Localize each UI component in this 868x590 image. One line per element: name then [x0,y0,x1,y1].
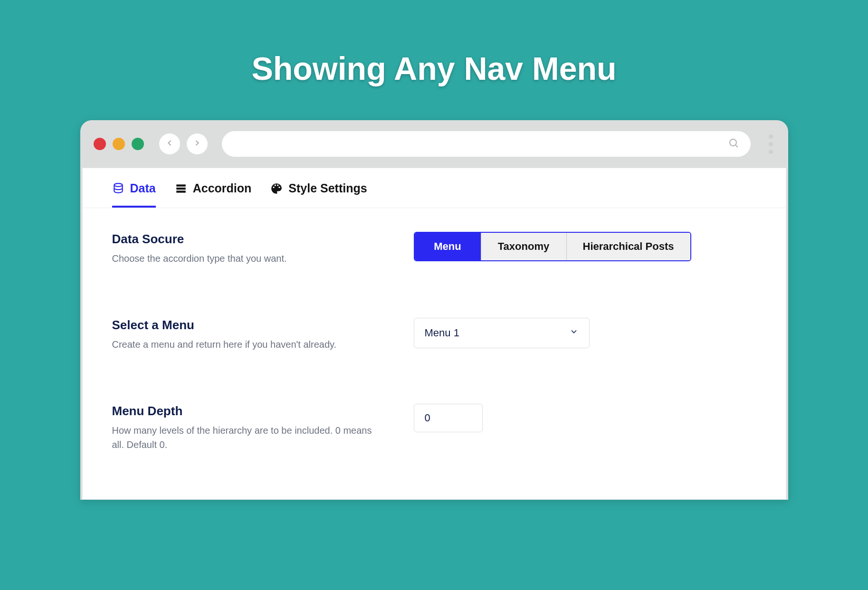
segment-menu[interactable]: Menu [415,233,481,260]
browser-window: Data Accordion Style Set [80,120,788,500]
segment-hierarchical-posts[interactable]: Hierarchical Posts [567,233,690,260]
setting-select-menu: Select a Menu Create a menu and return h… [112,318,756,352]
svg-point-0 [730,139,736,146]
svg-rect-4 [176,190,186,192]
palette-icon [270,182,283,195]
accordion-icon [175,182,187,195]
svg-rect-3 [176,187,186,189]
setting-desc: Create a menu and return here if you hav… [112,337,383,352]
tab-accordion[interactable]: Accordion [175,181,252,208]
content-area: Data Accordion Style Set [82,168,786,500]
tab-data[interactable]: Data [112,181,156,208]
minimize-window-button[interactable] [113,138,125,150]
setting-title: Menu Depth [112,404,414,419]
tab-label: Data [130,181,156,195]
database-icon [112,182,124,195]
more-options-button[interactable] [767,133,775,156]
select-value: Menu 1 [425,327,459,339]
setting-desc: How many levels of the hierarchy are to … [112,423,383,452]
svg-point-1 [114,183,122,187]
segment-taxonomy[interactable]: Taxonomy [481,233,567,260]
tab-style-settings[interactable]: Style Settings [270,181,367,208]
back-button[interactable] [159,133,180,154]
tabs: Data Accordion Style Set [83,168,786,208]
forward-button[interactable] [187,133,208,154]
page-title: Showing Any Nav Menu [0,0,868,87]
browser-chrome [80,120,788,168]
close-window-button[interactable] [94,138,106,150]
menu-select[interactable]: Menu 1 [414,318,590,348]
setting-desc: Choose the accordion type that you want. [112,251,383,266]
chevron-down-icon [569,327,579,339]
search-icon [728,137,739,151]
arrow-left-icon [165,138,174,150]
maximize-window-button[interactable] [132,138,144,150]
arrow-right-icon [192,138,202,150]
settings-body: Data Socure Choose the accordion type th… [83,208,786,499]
data-source-segmented: Menu Taxonomy Hierarchical Posts [414,232,691,261]
tab-label: Style Settings [288,181,367,195]
svg-rect-2 [176,184,186,186]
traffic-lights [94,138,144,150]
setting-title: Select a Menu [112,318,414,333]
setting-title: Data Socure [112,232,414,247]
address-bar[interactable] [222,131,751,157]
setting-data-source: Data Socure Choose the accordion type th… [112,232,756,266]
tab-label: Accordion [193,181,252,195]
menu-depth-input[interactable] [414,404,483,432]
setting-menu-depth: Menu Depth How many levels of the hierar… [112,404,756,452]
